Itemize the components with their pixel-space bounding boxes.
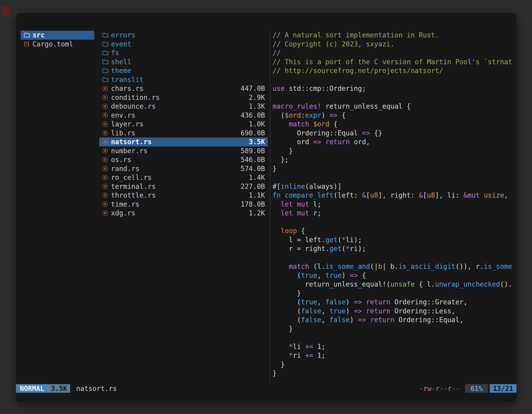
current-item-fs[interactable]: fs [99, 48, 268, 58]
code-token: }; [273, 156, 289, 164]
current-item-chars.rs[interactable]: Rchars.rs447.0B [99, 84, 268, 93]
current-item-errors[interactable]: errors [99, 31, 268, 40]
current-item-number.rs[interactable]: Rnumber.rs589.0B [99, 146, 268, 155]
current-item-os.rs[interactable]: Ros.rs546.0B [99, 155, 268, 164]
code-token: ) [346, 298, 354, 306]
cursor-position-badge: 13/21 [490, 384, 516, 393]
current-item-lib.rs[interactable]: Rlib.rs690.0B [99, 129, 268, 138]
current-item-env.rs[interactable]: Renv.rs436.0B [99, 111, 268, 120]
current-item-layer.rs[interactable]: Rlayer.rs1.0K [99, 120, 268, 129]
code-token: u8 [370, 191, 378, 199]
code-line [273, 93, 516, 102]
rust-icon: R [102, 210, 111, 216]
file-name: natsort.rs [111, 138, 152, 146]
svg-text:R: R [104, 140, 106, 144]
code-line: macro_rules! return_unless_equal { [273, 102, 516, 111]
svg-text:R: R [104, 176, 106, 180]
file-permissions: -rw-r--r-- [419, 384, 460, 393]
code-token: macro_rules! [273, 102, 321, 110]
code-token: ( [273, 111, 285, 119]
code-token: return [325, 138, 350, 146]
file-name: translit [111, 76, 143, 84]
code-token: get [325, 236, 338, 244]
folder-icon [102, 32, 111, 38]
code-line: loop { [273, 226, 516, 235]
code-token [321, 138, 325, 146]
code-line: // A natural sort implementation in Rust… [273, 31, 516, 40]
svg-text:R: R [104, 96, 106, 99]
file-name: errors [111, 31, 135, 39]
current-item-theme[interactable]: theme [99, 66, 268, 75]
code-token: expr [305, 111, 321, 119]
current-item-shell[interactable]: shell [99, 58, 268, 67]
current-item-xdg.rs[interactable]: Rxdg.rs1.2K [99, 209, 268, 218]
code-token [273, 343, 289, 351]
folder-icon [102, 41, 111, 47]
current-directory-pane: errorseventfsshellthemetranslitRchars.rs… [99, 31, 268, 382]
current-item-throttle.rs[interactable]: Rthrottle.rs1.1K [99, 191, 268, 200]
code-token: #[ [273, 183, 281, 191]
svg-text:R: R [104, 113, 106, 117]
file-size: 2.9K [249, 94, 265, 101]
code-token: false [325, 298, 346, 306]
code-token: true [301, 271, 317, 279]
code-token: : [301, 111, 305, 119]
file-size: 574.0B [241, 165, 265, 173]
current-item-time.rs[interactable]: Rtime.rs178.0B [99, 200, 268, 209]
code-line: (false, false) => return Ordering::Equal… [273, 315, 516, 324]
code-line: r = right.get(*ri); [273, 244, 516, 253]
parent-item-Cargo.toml[interactable]: TCargo.toml [21, 40, 94, 49]
current-item-event[interactable]: event [99, 40, 268, 49]
code-token: false [301, 307, 321, 315]
file-name: xdg.rs [111, 209, 135, 217]
code-token: r; [309, 209, 321, 217]
code-token: Ordering::Equal [273, 129, 362, 137]
code-token: is_some [484, 262, 512, 270]
code-token: 1; [313, 351, 325, 359]
rust-icon: R [102, 165, 111, 172]
code-token [273, 120, 289, 128]
rust-icon: R [102, 201, 111, 207]
code-token: false [301, 316, 321, 324]
code-token [480, 191, 484, 199]
code-line: use std::cmp::Ordering; [273, 84, 516, 93]
folder-icon [24, 32, 32, 38]
code-token: match [289, 262, 309, 270]
rust-icon: R [102, 157, 111, 163]
current-item-condition.rs[interactable]: Rcondition.rs2.9K [99, 93, 268, 102]
current-item-terminal.rs[interactable]: Rterminal.rs227.0B [99, 182, 268, 191]
code-token: => [350, 271, 358, 279]
folder-icon [102, 50, 111, 56]
file-size: 690.0B [241, 129, 265, 137]
file-name: terminal.rs [111, 183, 156, 191]
code-token: loop [281, 227, 297, 235]
file-size: 546.0B [241, 156, 265, 164]
code-token: true [325, 271, 342, 279]
code-token [273, 262, 289, 270]
current-item-translit[interactable]: translit [99, 75, 268, 84]
file-name: ro_cell.rs [111, 173, 152, 182]
current-item-debounce.rs[interactable]: Rdebounce.rs1.3K [99, 102, 268, 111]
code-token: * [346, 245, 350, 253]
code-token: unsafe [390, 280, 415, 288]
code-token: [ [423, 191, 427, 199]
code-line: fn compare_left(left: &[u8], right: &[u8… [273, 191, 516, 200]
current-item-rand.rs[interactable]: Rrand.rs574.0B [99, 164, 268, 173]
parent-item-src[interactable]: src [21, 31, 94, 40]
code-token: => [354, 298, 362, 306]
code-line: } [273, 369, 516, 378]
file-name: rand.rs [111, 165, 139, 173]
rust-icon: R [102, 192, 111, 198]
code-token: // [273, 49, 281, 57]
file-size: 178.0B [241, 200, 265, 208]
current-item-ro_cell.rs[interactable]: Rro_cell.rs1.4K [99, 173, 268, 182]
current-item-natsort.rs[interactable]: Rnatsort.rs3.5K [99, 137, 268, 146]
code-token: true [329, 307, 346, 315]
code-token: r = right. [273, 245, 329, 253]
code-token: => [329, 111, 338, 119]
code-token: => [358, 316, 366, 324]
code-token: compare_left [285, 191, 333, 199]
code-token: | b. [382, 262, 398, 270]
svg-text:R: R [104, 193, 106, 197]
code-token: false [329, 316, 350, 324]
